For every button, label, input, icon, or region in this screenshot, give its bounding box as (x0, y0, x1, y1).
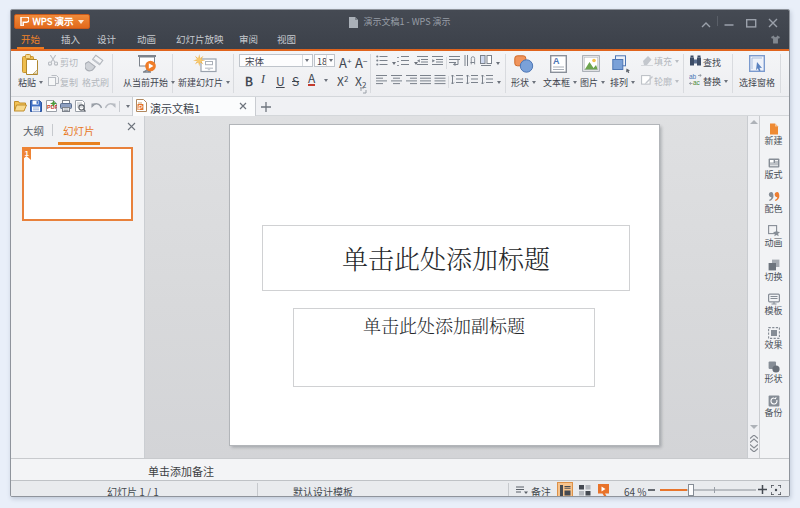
svg-text:1: 1 (25, 149, 30, 158)
svg-text:PDF: PDF (47, 104, 57, 110)
svg-text:A: A (553, 56, 560, 66)
svg-text:ac: ac (693, 79, 701, 86)
